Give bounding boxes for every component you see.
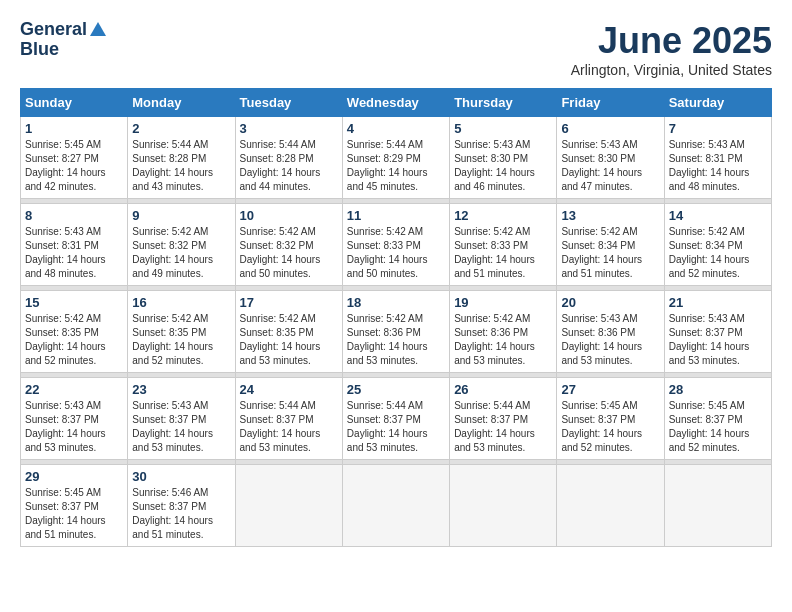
day-info: Sunrise: 5:42 AMSunset: 8:32 PMDaylight:… [132,225,230,281]
month-title: June 2025 [571,20,772,62]
calendar-cell: 24Sunrise: 5:44 AMSunset: 8:37 PMDayligh… [235,378,342,460]
day-number: 6 [561,121,659,136]
calendar-week-row: 29Sunrise: 5:45 AMSunset: 8:37 PMDayligh… [21,465,772,547]
calendar-cell: 7Sunrise: 5:43 AMSunset: 8:31 PMDaylight… [664,117,771,199]
logo-blue: Blue [20,40,59,60]
day-number: 9 [132,208,230,223]
calendar-cell: 23Sunrise: 5:43 AMSunset: 8:37 PMDayligh… [128,378,235,460]
day-info: Sunrise: 5:42 AMSunset: 8:33 PMDaylight:… [454,225,552,281]
day-number: 20 [561,295,659,310]
calendar-cell: 13Sunrise: 5:42 AMSunset: 8:34 PMDayligh… [557,204,664,286]
calendar-cell: 21Sunrise: 5:43 AMSunset: 8:37 PMDayligh… [664,291,771,373]
day-number: 13 [561,208,659,223]
day-info: Sunrise: 5:43 AMSunset: 8:30 PMDaylight:… [561,138,659,194]
day-number: 7 [669,121,767,136]
calendar-cell [664,465,771,547]
day-number: 29 [25,469,123,484]
calendar-cell: 19Sunrise: 5:42 AMSunset: 8:36 PMDayligh… [450,291,557,373]
column-header-monday: Monday [128,89,235,117]
calendar-cell: 17Sunrise: 5:42 AMSunset: 8:35 PMDayligh… [235,291,342,373]
calendar-cell: 3Sunrise: 5:44 AMSunset: 8:28 PMDaylight… [235,117,342,199]
day-number: 23 [132,382,230,397]
day-info: Sunrise: 5:42 AMSunset: 8:34 PMDaylight:… [669,225,767,281]
calendar-cell: 16Sunrise: 5:42 AMSunset: 8:35 PMDayligh… [128,291,235,373]
calendar-cell: 10Sunrise: 5:42 AMSunset: 8:32 PMDayligh… [235,204,342,286]
day-number: 19 [454,295,552,310]
calendar-cell: 6Sunrise: 5:43 AMSunset: 8:30 PMDaylight… [557,117,664,199]
day-number: 1 [25,121,123,136]
day-number: 22 [25,382,123,397]
day-info: Sunrise: 5:42 AMSunset: 8:36 PMDaylight:… [347,312,445,368]
calendar-week-row: 15Sunrise: 5:42 AMSunset: 8:35 PMDayligh… [21,291,772,373]
title-area: June 2025 Arlington, Virginia, United St… [571,20,772,78]
logo-general: General [20,20,87,40]
day-info: Sunrise: 5:45 AMSunset: 8:37 PMDaylight:… [25,486,123,542]
day-number: 30 [132,469,230,484]
day-number: 10 [240,208,338,223]
calendar-cell: 9Sunrise: 5:42 AMSunset: 8:32 PMDaylight… [128,204,235,286]
calendar-cell: 22Sunrise: 5:43 AMSunset: 8:37 PMDayligh… [21,378,128,460]
calendar-cell: 14Sunrise: 5:42 AMSunset: 8:34 PMDayligh… [664,204,771,286]
day-info: Sunrise: 5:43 AMSunset: 8:36 PMDaylight:… [561,312,659,368]
column-header-thursday: Thursday [450,89,557,117]
day-number: 2 [132,121,230,136]
day-number: 17 [240,295,338,310]
calendar-cell [557,465,664,547]
calendar-cell: 20Sunrise: 5:43 AMSunset: 8:36 PMDayligh… [557,291,664,373]
calendar-cell: 11Sunrise: 5:42 AMSunset: 8:33 PMDayligh… [342,204,449,286]
calendar-cell [342,465,449,547]
day-number: 4 [347,121,445,136]
day-info: Sunrise: 5:46 AMSunset: 8:37 PMDaylight:… [132,486,230,542]
day-info: Sunrise: 5:42 AMSunset: 8:33 PMDaylight:… [347,225,445,281]
day-info: Sunrise: 5:44 AMSunset: 8:37 PMDaylight:… [240,399,338,455]
column-header-sunday: Sunday [21,89,128,117]
calendar-cell [450,465,557,547]
day-number: 16 [132,295,230,310]
day-info: Sunrise: 5:44 AMSunset: 8:29 PMDaylight:… [347,138,445,194]
day-info: Sunrise: 5:43 AMSunset: 8:31 PMDaylight:… [25,225,123,281]
calendar-cell: 12Sunrise: 5:42 AMSunset: 8:33 PMDayligh… [450,204,557,286]
calendar-cell: 28Sunrise: 5:45 AMSunset: 8:37 PMDayligh… [664,378,771,460]
day-info: Sunrise: 5:44 AMSunset: 8:28 PMDaylight:… [240,138,338,194]
header: General Blue June 2025 Arlington, Virgin… [20,20,772,78]
location-subtitle: Arlington, Virginia, United States [571,62,772,78]
day-info: Sunrise: 5:42 AMSunset: 8:35 PMDaylight:… [25,312,123,368]
day-number: 26 [454,382,552,397]
calendar-cell: 4Sunrise: 5:44 AMSunset: 8:29 PMDaylight… [342,117,449,199]
day-number: 27 [561,382,659,397]
day-number: 14 [669,208,767,223]
day-info: Sunrise: 5:42 AMSunset: 8:32 PMDaylight:… [240,225,338,281]
day-number: 8 [25,208,123,223]
day-info: Sunrise: 5:42 AMSunset: 8:36 PMDaylight:… [454,312,552,368]
day-number: 11 [347,208,445,223]
day-info: Sunrise: 5:43 AMSunset: 8:30 PMDaylight:… [454,138,552,194]
day-number: 5 [454,121,552,136]
day-number: 15 [25,295,123,310]
calendar-header-row: SundayMondayTuesdayWednesdayThursdayFrid… [21,89,772,117]
calendar-cell: 26Sunrise: 5:44 AMSunset: 8:37 PMDayligh… [450,378,557,460]
calendar-cell: 30Sunrise: 5:46 AMSunset: 8:37 PMDayligh… [128,465,235,547]
day-number: 12 [454,208,552,223]
calendar-table: SundayMondayTuesdayWednesdayThursdayFrid… [20,88,772,547]
day-info: Sunrise: 5:45 AMSunset: 8:37 PMDaylight:… [669,399,767,455]
calendar-cell: 2Sunrise: 5:44 AMSunset: 8:28 PMDaylight… [128,117,235,199]
column-header-saturday: Saturday [664,89,771,117]
calendar-week-row: 22Sunrise: 5:43 AMSunset: 8:37 PMDayligh… [21,378,772,460]
day-info: Sunrise: 5:43 AMSunset: 8:37 PMDaylight:… [132,399,230,455]
day-number: 28 [669,382,767,397]
day-number: 21 [669,295,767,310]
calendar-cell: 5Sunrise: 5:43 AMSunset: 8:30 PMDaylight… [450,117,557,199]
day-info: Sunrise: 5:44 AMSunset: 8:37 PMDaylight:… [454,399,552,455]
day-info: Sunrise: 5:44 AMSunset: 8:37 PMDaylight:… [347,399,445,455]
logo-triangle-icon [90,22,106,36]
day-number: 18 [347,295,445,310]
column-header-wednesday: Wednesday [342,89,449,117]
calendar-cell: 27Sunrise: 5:45 AMSunset: 8:37 PMDayligh… [557,378,664,460]
logo: General Blue [20,20,106,60]
day-info: Sunrise: 5:42 AMSunset: 8:35 PMDaylight:… [132,312,230,368]
column-header-friday: Friday [557,89,664,117]
column-header-tuesday: Tuesday [235,89,342,117]
calendar-cell: 15Sunrise: 5:42 AMSunset: 8:35 PMDayligh… [21,291,128,373]
calendar-cell: 8Sunrise: 5:43 AMSunset: 8:31 PMDaylight… [21,204,128,286]
day-info: Sunrise: 5:43 AMSunset: 8:31 PMDaylight:… [669,138,767,194]
